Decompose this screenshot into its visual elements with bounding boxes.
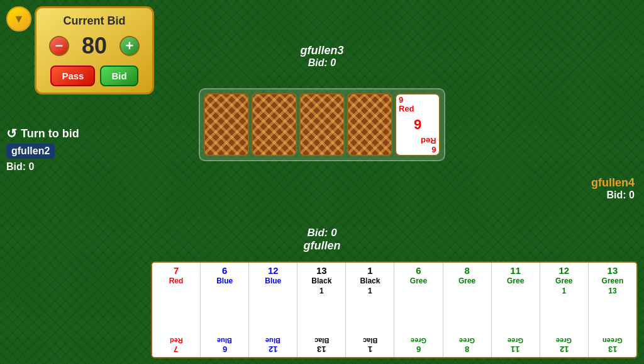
menu-dropdown[interactable]: ▼ [6, 6, 31, 31]
hand-card-9-bottom-suit: Gree [556, 337, 572, 344]
player-bottom-section: Bid: 0 gfullen [304, 227, 341, 253]
hand-card-3-suit: Blue [265, 276, 281, 285]
bid-action-buttons: Pass Bid [46, 65, 143, 86]
hand-card-2-bottom-num: 6 [223, 344, 227, 354]
hand-card-3-bottom-num: 12 [269, 344, 277, 354]
hand-card-2-suit: Blue [216, 276, 233, 285]
player-right-bid: Bid: 0 [591, 190, 635, 201]
bid-minus-button[interactable]: − [49, 36, 69, 56]
hand-card-7-suit: Gree [458, 276, 475, 285]
hand-card-6-bottom-num: 6 [416, 344, 421, 354]
chevron-down-icon: ▼ [13, 13, 25, 26]
hand-card-8-bottom-num: 11 [511, 344, 519, 354]
hand-card-10-bottom-suit: Green [602, 337, 623, 344]
player-bottom-name: gfullen [304, 239, 341, 253]
hand-card-10[interactable]: 13 Green 13 Green 13 [589, 263, 636, 357]
hand-card-7[interactable]: 8 Gree Gree 8 [443, 263, 492, 357]
top-card-3 [299, 93, 345, 156]
turn-section: ↺ Turn to bid gfullen2 Bid: 0 [6, 126, 79, 173]
bid-panel: Current Bid − 80 + Pass Bid [35, 6, 154, 94]
hand-card-6-bottom-suit: Gree [411, 337, 426, 344]
hand-card-5-bottom-num: 1 [368, 344, 372, 354]
hand-card-5-number: 1 [367, 265, 372, 276]
hand-card-6-suit: Gree [410, 276, 427, 285]
player-top-bid: Bid: 0 [300, 57, 343, 69]
hand-card-9-suit: Gree [555, 276, 572, 285]
hand-card-2[interactable]: 6 Blue Blue 6 [201, 263, 249, 357]
hand-card-9-bottom-num: 12 [560, 344, 569, 354]
hand-card-2-number: 6 [222, 265, 227, 276]
hand-card-4-extra: 1 [319, 287, 324, 295]
top-card-face: 9Red 9 6Red [395, 93, 440, 156]
hand-card-8-number: 11 [510, 265, 521, 276]
hand-card-10-bottom-num: 13 [608, 344, 617, 354]
player-top-name: gfullen3 [300, 44, 343, 57]
turn-to-bid-label: ↺ Turn to bid [6, 126, 79, 141]
hand-card-9[interactable]: 12 Gree 1 Gree 12 [540, 263, 589, 357]
hand-card-3-number: 12 [268, 265, 279, 276]
hand-card-10-suit: Green [602, 276, 624, 285]
player-top-section: gfullen3 Bid: 0 [300, 44, 343, 69]
hand-card-6-number: 6 [416, 265, 421, 276]
hand-card-5-bottom-suit: Blac [363, 337, 377, 344]
hand-card-4-suit: Black [311, 276, 331, 285]
hand-card-4-bottom-num: 13 [317, 344, 326, 354]
hand-card-1-suit: Red [169, 276, 184, 285]
hand-card-9-number: 12 [558, 265, 569, 276]
hand-card-1[interactable]: 7 Red Red 7 [152, 263, 201, 357]
hand-card-8-bottom-suit: Gree [508, 337, 523, 344]
hand-card-10-number: 13 [608, 265, 618, 276]
hand-card-1-bottom-num: 7 [174, 344, 178, 354]
bid-panel-title: Current Bid [46, 14, 143, 28]
pass-button[interactable]: Pass [50, 65, 95, 86]
hand-card-4-bottom-suit: Blac [314, 337, 329, 344]
hand-card-4-number: 13 [316, 265, 327, 276]
player-left-name: gfullen2 [6, 144, 55, 159]
bid-value: 80 [75, 33, 113, 59]
card-bottom-value: 6Red [421, 135, 436, 154]
player-right-name: gfullen4 [591, 176, 635, 190]
bottom-hand[interactable]: 7 Red Red 7 6 Blue Blue 6 12 Blue Blue 1… [151, 261, 638, 358]
top-hand: 9Red 9 6Red [199, 88, 445, 161]
player-left-bid: Bid: 0 [6, 161, 79, 173]
hand-card-2-bottom-suit: Blue [217, 337, 232, 344]
card-top-value: 9Red [399, 96, 414, 114]
hand-card-7-bottom-suit: Gree [459, 337, 475, 344]
hand-card-8-suit: Gree [507, 276, 524, 285]
hand-card-4[interactable]: 13 Black 1 Blac 13 [297, 263, 346, 357]
top-card-4 [347, 93, 392, 156]
hand-card-5-suit: Black [360, 276, 380, 285]
hand-card-1-number: 7 [174, 265, 179, 276]
hand-card-7-bottom-num: 8 [465, 344, 469, 354]
hand-card-10-extra: 13 [608, 287, 616, 295]
turn-label-text: Turn to bid [21, 127, 79, 140]
hand-card-3-bottom-suit: Blue [265, 337, 280, 344]
hand-card-9-extra: 1 [562, 287, 566, 295]
hand-card-1-bottom-suit: Red [170, 337, 183, 344]
turn-arrow-icon: ↺ [6, 126, 17, 141]
card-center-value: 9 [414, 117, 421, 133]
bid-controls: − 80 + [46, 33, 143, 59]
player-right-section: gfullen4 Bid: 0 [591, 176, 635, 201]
hand-card-8[interactable]: 11 Gree Gree 11 [492, 263, 540, 357]
hand-card-7-number: 8 [464, 265, 469, 276]
player-bottom-bid: Bid: 0 [304, 227, 341, 239]
hand-card-5[interactable]: 1 Black 1 Blac 1 [346, 263, 394, 357]
bid-button[interactable]: Bid [100, 65, 138, 86]
hand-card-3[interactable]: 12 Blue Blue 12 [249, 263, 297, 357]
top-card-1 [204, 93, 249, 156]
top-card-2 [252, 93, 297, 156]
hand-card-6[interactable]: 6 Gree Gree 6 [394, 263, 443, 357]
bid-plus-button[interactable]: + [119, 36, 140, 56]
hand-card-5-extra: 1 [368, 287, 372, 295]
